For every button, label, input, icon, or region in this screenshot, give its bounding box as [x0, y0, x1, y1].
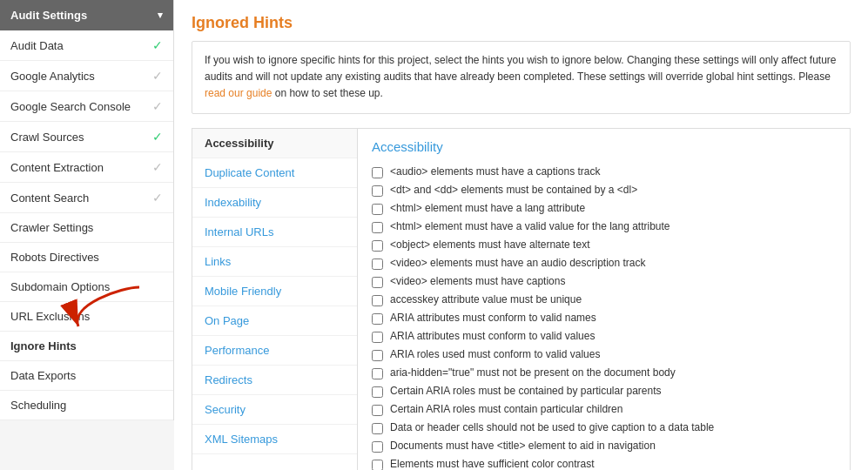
sidebar-item-google-analytics[interactable]: Google Analytics✓ [0, 61, 173, 91]
hint-item: accesskey attribute value must be unique [372, 291, 836, 309]
sidebar-item-label: URL Exclusions [10, 310, 90, 323]
hints-list: <audio> elements must have a captions tr… [372, 163, 836, 470]
hint-item: <html> element must have a lang attribut… [372, 199, 836, 218]
hint-checkbox[interactable] [372, 277, 383, 288]
sidebar-item-audit-data[interactable]: Audit Data✓ [0, 30, 173, 61]
hint-checkbox[interactable] [372, 386, 383, 398]
hints-panel: Accessibility <audio> elements must have… [358, 129, 850, 470]
hint-checkbox[interactable] [372, 350, 383, 361]
check-icon: ✓ [152, 38, 163, 52]
check-icon: ✓ [152, 191, 163, 205]
hint-item: Elements must have sufficient color cont… [372, 455, 836, 470]
hint-checkbox[interactable] [372, 368, 383, 379]
hint-label: <audio> elements must have a captions tr… [390, 165, 600, 178]
sidebar: Audit Settings ▾ Audit Data✓Google Analy… [0, 0, 174, 420]
sidebar-item-subdomain-options[interactable]: Subdomain Options [0, 272, 173, 302]
hints-panel-title: Accessibility [372, 139, 836, 154]
hint-label: <object> elements must have alternate te… [390, 238, 589, 251]
sidebar-item-data-exports[interactable]: Data Exports [0, 361, 173, 391]
hint-checkbox[interactable] [372, 295, 383, 306]
hint-checkbox[interactable] [372, 441, 383, 453]
main-scroll-area: Ignored Hints If you wish to ignore spec… [174, 0, 868, 470]
sidebar-title: Audit Settings [10, 9, 87, 22]
hint-item: <video> elements must have an audio desc… [372, 254, 836, 272]
category-item-xml-sitemaps[interactable]: XML Sitemaps [192, 425, 357, 454]
hint-label: ARIA attributes must conform to valid va… [390, 330, 595, 342]
sidebar-item-ignore-hints[interactable]: Ignore Hints [0, 332, 173, 361]
sidebar-item-label: Audit Data [10, 39, 64, 52]
guide-link[interactable]: read our guide [205, 87, 272, 99]
hint-item: <html> element must have a valid value f… [372, 218, 836, 236]
category-item-redirects[interactable]: Redirects [192, 366, 357, 395]
page-title: Ignored Hints [192, 14, 851, 32]
hint-checkbox[interactable] [372, 258, 383, 270]
hint-item: <audio> elements must have a captions tr… [372, 163, 836, 181]
hint-item: aria-hidden="true" must not be present o… [372, 364, 836, 382]
hint-item: Certain ARIA roles must be contained by … [372, 382, 836, 400]
hint-label: Certain ARIA roles must contain particul… [390, 403, 622, 415]
description-box: If you wish to ignore specific hints for… [192, 41, 851, 114]
category-item-performance[interactable]: Performance [192, 336, 357, 366]
sidebar-item-crawler-settings[interactable]: Crawler Settings [0, 213, 173, 243]
hint-item: <video> elements must have captions [372, 272, 836, 291]
sidebar-item-label: Scheduling [10, 399, 66, 412]
hint-label: ARIA roles used must conform to valid va… [390, 348, 600, 360]
hint-checkbox[interactable] [372, 167, 383, 178]
check-icon: ✓ [152, 99, 163, 113]
hint-label: Certain ARIA roles must be contained by … [390, 385, 662, 397]
hint-item: Data or header cells should not be used … [372, 419, 836, 437]
hint-label: Elements must have sufficient color cont… [390, 458, 595, 470]
hint-label: <video> elements must have an audio desc… [390, 257, 646, 269]
description-mid: on how to set these up. [275, 87, 383, 99]
category-item-security[interactable]: Security [192, 395, 357, 425]
category-item-on-page[interactable]: On Page [192, 306, 357, 336]
hint-item: Certain ARIA roles must contain particul… [372, 400, 836, 419]
hint-checkbox[interactable] [372, 185, 383, 197]
hint-item: <dt> and <dd> elements must be contained… [372, 181, 836, 199]
sidebar-item-label: Google Search Console [10, 100, 131, 113]
category-panel: AccessibilityDuplicate ContentIndexabili… [192, 129, 358, 470]
sidebar-item-content-search[interactable]: Content Search✓ [0, 183, 173, 213]
hint-checkbox[interactable] [372, 313, 383, 325]
sidebar-item-label: Content Search [10, 191, 89, 205]
hint-checkbox[interactable] [372, 332, 383, 343]
sidebar-item-url-exclusions[interactable]: URL Exclusions [0, 302, 173, 332]
sidebar-item-content-extraction[interactable]: Content Extraction✓ [0, 152, 173, 183]
hint-label: accesskey attribute value must be unique [390, 293, 582, 306]
hint-label: ARIA attributes must conform to valid na… [390, 312, 596, 324]
sidebar-item-label: Crawl Sources [10, 131, 84, 144]
hint-checkbox[interactable] [372, 460, 383, 470]
hint-checkbox[interactable] [372, 423, 383, 434]
sidebar-item-google-search-console[interactable]: Google Search Console✓ [0, 91, 173, 122]
hint-checkbox[interactable] [372, 405, 383, 416]
category-item-links[interactable]: Links [192, 247, 357, 277]
category-item-internal-urls[interactable]: Internal URLs [192, 218, 357, 247]
sidebar-items-container: Audit Data✓Google Analytics✓Google Searc… [0, 30, 173, 420]
hint-label: Documents must have <title> element to a… [390, 440, 656, 452]
sidebar-item-label: Content Extraction [10, 161, 104, 174]
hint-checkbox[interactable] [372, 240, 383, 252]
category-item-accessibility[interactable]: Accessibility [192, 129, 357, 158]
sidebar-item-scheduling[interactable]: Scheduling [0, 391, 173, 420]
hint-item: ARIA attributes must conform to valid na… [372, 309, 836, 327]
hint-label: <html> element must have a lang attribut… [390, 202, 585, 214]
check-icon: ✓ [152, 69, 163, 83]
hint-label: Data or header cells should not be used … [390, 421, 714, 433]
category-item-duplicate-content[interactable]: Duplicate Content [192, 158, 357, 188]
description-text: If you wish to ignore specific hints for… [205, 54, 837, 83]
category-item-indexability[interactable]: Indexability [192, 188, 357, 218]
sidebar-item-label: Subdomain Options [10, 280, 110, 293]
sidebar-item-label: Google Analytics [10, 70, 95, 83]
hint-label: <dt> and <dd> elements must be contained… [390, 184, 637, 196]
category-item-mobile-friendly[interactable]: Mobile Friendly [192, 277, 357, 306]
sidebar-header[interactable]: Audit Settings ▾ [0, 0, 173, 30]
sidebar-item-label: Robots Directives [10, 251, 99, 264]
sidebar-item-crawl-sources[interactable]: Crawl Sources✓ [0, 122, 173, 152]
check-icon: ✓ [152, 130, 163, 144]
chevron-down-icon: ▾ [158, 10, 163, 21]
sidebar-item-label: Ignore Hints [10, 339, 77, 352]
hint-checkbox[interactable] [372, 204, 383, 215]
hint-checkbox[interactable] [372, 222, 383, 233]
hint-label: <html> element must have a valid value f… [390, 220, 670, 232]
sidebar-item-robots-directives[interactable]: Robots Directives [0, 243, 173, 272]
